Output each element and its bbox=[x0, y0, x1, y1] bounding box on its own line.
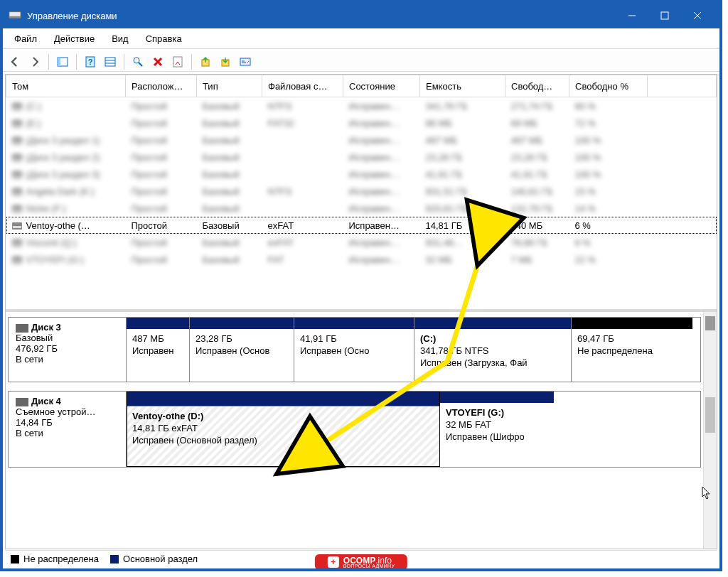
table-row[interactable]: (C:)ПростойБазовыйNTFSИсправен…341,78 ГБ… bbox=[6, 97, 717, 115]
window-titlebar: Управление дисками bbox=[3, 3, 719, 28]
menu-action[interactable]: Действие bbox=[47, 32, 102, 45]
volume-icon bbox=[12, 171, 22, 178]
volume-icon bbox=[12, 137, 22, 144]
col-fs[interactable]: Файловая с… bbox=[262, 75, 343, 97]
partition[interactable]: 69,47 ГБНе распределена bbox=[572, 318, 692, 382]
col-type[interactable]: Тип bbox=[197, 75, 262, 97]
legend-primary: Основной раздел bbox=[110, 554, 198, 564]
partition[interactable]: 23,28 ГБИсправен (Основ bbox=[190, 318, 294, 382]
table-row[interactable]: Angela Dark (K:)ПростойБазовыйNTFSИсправ… bbox=[6, 183, 717, 200]
help-button[interactable]: ? bbox=[81, 53, 100, 71]
graphical-view[interactable]: Диск 3Базовый476,92 ГБВ сети487 МБИсправ… bbox=[6, 312, 717, 549]
volume-icon bbox=[12, 154, 22, 161]
legend-unallocated: Не распределена bbox=[11, 554, 99, 564]
window-title: Управление дисками bbox=[27, 11, 616, 21]
col-layout[interactable]: Располож… bbox=[126, 75, 197, 97]
col-volume[interactable]: Том bbox=[6, 75, 126, 97]
partition[interactable]: Ventoy-othe (D:)14,81 ГБ exFATИсправен (… bbox=[127, 392, 440, 467]
menu-view[interactable]: Вид bbox=[105, 32, 136, 45]
disk-row[interactable]: Диск 4Съемное устрой…14,84 ГБВ сетиVento… bbox=[8, 391, 701, 468]
table-row[interactable]: (Диск 3 раздел 2)ПростойБазовыйИсправен…… bbox=[6, 149, 717, 166]
table-row[interactable]: (Диск 3 раздел 1)ПростойБазовыйИсправен…… bbox=[6, 131, 717, 149]
disk-label: Диск 4Съемное устрой…14,84 ГБВ сети bbox=[8, 391, 126, 468]
minimize-button[interactable] bbox=[616, 3, 648, 28]
volume-list[interactable]: Том Располож… Тип Файловая с… Состояние … bbox=[6, 75, 717, 312]
maximize-button[interactable] bbox=[648, 3, 681, 28]
volume-icon bbox=[12, 205, 22, 212]
svg-text:?: ? bbox=[88, 58, 93, 66]
table-row[interactable]: (E:)ПростойБазовыйFAT32Исправен…96 МБ69 … bbox=[6, 114, 717, 131]
disk-row[interactable]: Диск 3Базовый476,92 ГБВ сети487 МБИсправ… bbox=[8, 317, 701, 382]
volume-icon bbox=[12, 257, 22, 264]
vertical-scrollbar[interactable] bbox=[703, 312, 717, 549]
app-icon bbox=[9, 9, 21, 22]
svg-rect-3 bbox=[661, 12, 668, 19]
volume-icon bbox=[12, 120, 22, 127]
svg-rect-10 bbox=[105, 58, 115, 66]
settings-button[interactable] bbox=[236, 53, 255, 71]
menubar: Файл Действие Вид Справка bbox=[3, 28, 719, 49]
partition[interactable]: VTOYEFI (G:)32 МБ FATИсправен (Шифро bbox=[440, 392, 554, 467]
properties-button[interactable] bbox=[168, 53, 187, 71]
col-status[interactable]: Состояние bbox=[343, 75, 420, 97]
table-row[interactable]: VTOYEFI (G:)ПростойБазовыйFATИсправен…32… bbox=[6, 251, 717, 268]
disk-icon bbox=[16, 398, 28, 406]
table-row[interactable]: Visconti (Q:)ПростойБазовыйexFATИсправен… bbox=[6, 234, 717, 251]
svg-point-13 bbox=[134, 58, 139, 63]
delete-button[interactable] bbox=[149, 53, 167, 71]
back-button[interactable] bbox=[6, 53, 24, 71]
svg-rect-7 bbox=[58, 58, 60, 66]
forward-button[interactable] bbox=[26, 53, 44, 71]
partition[interactable]: 41,91 ГБИсправен (Осно bbox=[294, 318, 414, 382]
partition[interactable]: (C:)341,78 ГБ NTFSИсправен (Загрузка, Фа… bbox=[414, 318, 572, 382]
col-free[interactable]: Свобод… bbox=[505, 75, 569, 97]
search-button[interactable] bbox=[129, 53, 147, 71]
action2-button[interactable] bbox=[216, 53, 235, 71]
partition[interactable]: 487 МБИсправен bbox=[127, 318, 190, 382]
col-capacity[interactable]: Емкость bbox=[420, 75, 505, 97]
column-headers[interactable]: Том Располож… Тип Файловая с… Состояние … bbox=[6, 75, 717, 97]
table-row[interactable]: Ventoy-othe (…ПростойБазовыйexFATИсправе… bbox=[6, 217, 717, 234]
volume-icon bbox=[12, 188, 22, 195]
col-freepct[interactable]: Свободно % bbox=[569, 75, 648, 97]
menu-help[interactable]: Справка bbox=[139, 32, 189, 45]
volume-icon bbox=[12, 103, 22, 110]
volume-icon bbox=[12, 239, 22, 247]
watermark-badge: + OCOMP.info ВОПРОСЫ АДМИНУ bbox=[315, 554, 407, 570]
table-row[interactable]: Nicke (F:)ПростойБазовыйИсправен…920,81 … bbox=[6, 200, 717, 217]
show-hide-console-button[interactable] bbox=[53, 53, 72, 71]
table-row[interactable]: (Диск 3 раздел 3)ПростойБазовыйИсправен…… bbox=[6, 166, 717, 183]
svg-rect-18 bbox=[240, 58, 250, 65]
list-view-button[interactable] bbox=[101, 53, 119, 71]
action1-button[interactable] bbox=[196, 53, 215, 71]
svg-line-14 bbox=[139, 63, 142, 66]
disk-icon bbox=[16, 324, 28, 333]
svg-rect-1 bbox=[9, 16, 21, 18]
close-button[interactable] bbox=[681, 3, 714, 28]
disk-label: Диск 3Базовый476,92 ГБВ сети bbox=[8, 317, 126, 382]
menu-file[interactable]: Файл bbox=[7, 32, 44, 45]
volume-icon bbox=[12, 222, 22, 230]
plus-icon: + bbox=[328, 556, 339, 568]
